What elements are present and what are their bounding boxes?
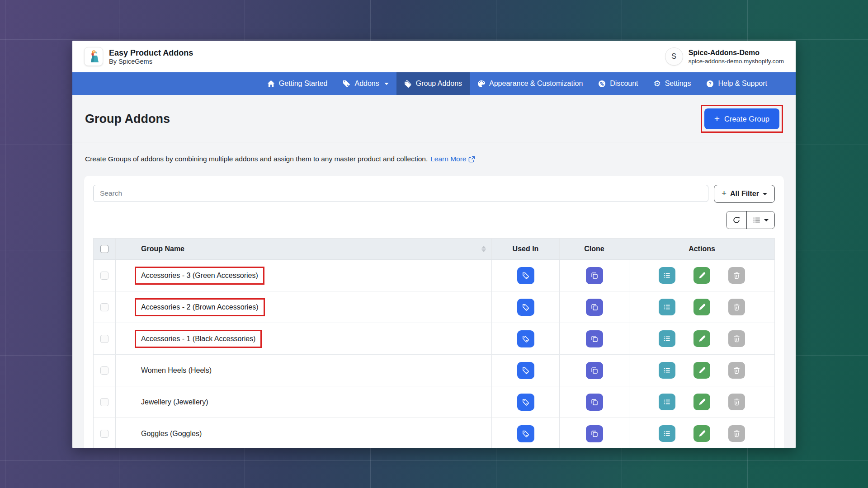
row-used-in-cell — [491, 418, 559, 448]
row-actions-cell — [629, 260, 774, 291]
plus-icon: + — [714, 114, 720, 123]
used-in-button[interactable] — [517, 362, 534, 379]
delete-button[interactable] — [728, 362, 745, 379]
used-in-button[interactable] — [517, 394, 534, 411]
row-checkbox[interactable] — [100, 366, 108, 375]
row-checkbox[interactable] — [100, 430, 108, 438]
list-details-icon — [663, 366, 671, 374]
tag-icon — [522, 366, 530, 375]
groups-card: + All Filter — [84, 176, 784, 448]
used-in-button[interactable] — [517, 330, 534, 347]
row-clone-cell — [559, 291, 629, 323]
trash-icon — [733, 430, 741, 437]
row-checkbox[interactable] — [100, 272, 108, 280]
nav-tab-addons[interactable]: Addons — [335, 72, 396, 95]
view-options-button[interactable] — [746, 211, 774, 229]
clone-button[interactable] — [586, 267, 603, 284]
all-filter-button[interactable]: + All Filter — [714, 185, 775, 203]
refresh-button[interactable] — [726, 211, 746, 229]
nav-tab-appearance[interactable]: Appearance & Customization — [470, 72, 590, 95]
nav-label: Group Addons — [416, 80, 462, 88]
pencil-icon — [698, 366, 706, 374]
clone-button[interactable] — [586, 425, 603, 442]
nav-tab-settings[interactable]: ⚙ Settings — [646, 72, 699, 95]
search-input[interactable] — [93, 185, 708, 202]
app-subtitle: By SpiceGems — [109, 58, 193, 65]
trash-icon — [733, 303, 741, 311]
trash-icon — [733, 335, 741, 343]
used-in-button[interactable] — [517, 267, 534, 284]
edit-button[interactable] — [693, 267, 710, 284]
clone-button[interactable] — [586, 394, 603, 411]
row-name-cell: Jewellery (Jewellery) — [115, 386, 491, 418]
row-checkbox[interactable] — [100, 398, 108, 406]
row-name-cell: Accessories - 1 (Black Accessories) — [115, 323, 491, 354]
edit-button[interactable] — [693, 299, 710, 315]
nav-tab-discount[interactable]: Discount — [590, 72, 646, 95]
copy-icon — [590, 366, 599, 375]
edit-button[interactable] — [693, 425, 710, 442]
details-button[interactable] — [659, 425, 675, 442]
clone-button[interactable] — [586, 362, 603, 379]
row-actions-cell — [629, 291, 774, 323]
row-checkbox[interactable] — [100, 335, 108, 343]
header-clone: Clone — [559, 239, 629, 259]
description-text: Create Groups of addons by combining mul… — [85, 155, 428, 163]
table-row: Accessories - 3 (Green Accessories) — [94, 259, 774, 291]
clone-button[interactable] — [586, 299, 603, 316]
delete-button[interactable] — [728, 267, 745, 284]
delete-button[interactable] — [728, 299, 745, 315]
group-name-header-label: Group Name — [141, 245, 184, 253]
row-name-cell: Accessories - 3 (Green Accessories) — [115, 260, 491, 291]
row-clone-cell — [559, 386, 629, 418]
delete-button[interactable] — [728, 394, 745, 410]
row-select-cell — [94, 291, 115, 323]
row-used-in-cell — [491, 323, 559, 354]
annotation-box-create-group: + Create Group — [701, 105, 783, 133]
details-button[interactable] — [659, 362, 675, 379]
tag-plus-icon — [343, 80, 350, 88]
details-button[interactable] — [659, 394, 675, 410]
sort-icon[interactable] — [481, 246, 486, 252]
used-in-button[interactable] — [517, 425, 534, 442]
house-icon — [267, 80, 275, 88]
copy-icon — [590, 398, 599, 406]
used-in-button[interactable] — [517, 299, 534, 316]
header-actions: Actions — [629, 239, 774, 259]
create-group-button[interactable]: + Create Group — [704, 108, 779, 129]
nav-label: Settings — [665, 80, 691, 88]
row-name-cell: Accessories - 2 (Brown Accessories) — [115, 291, 491, 323]
delete-button[interactable] — [728, 330, 745, 347]
header-group-name[interactable]: Group Name — [115, 239, 491, 259]
nav-tab-group-addons[interactable]: Group Addons — [396, 72, 470, 95]
nav-tab-help[interactable]: ? Help & Support — [698, 72, 775, 95]
delete-button[interactable] — [728, 425, 745, 442]
nav-tab-getting-started[interactable]: Getting Started — [259, 72, 335, 95]
edit-button[interactable] — [693, 394, 710, 410]
edit-button[interactable] — [693, 362, 710, 379]
tag-icon — [522, 272, 530, 280]
details-button[interactable] — [659, 267, 675, 284]
row-actions-cell — [629, 323, 774, 354]
list-icon — [753, 216, 761, 224]
clone-button[interactable] — [586, 330, 603, 347]
edit-button[interactable] — [693, 330, 710, 347]
main-nav: Getting Started Addons Group Addons — [72, 72, 796, 95]
copy-icon — [590, 430, 599, 438]
app-logo-icon — [84, 47, 103, 66]
list-details-icon — [663, 303, 671, 311]
pencil-icon — [698, 303, 706, 311]
row-clone-cell — [559, 323, 629, 354]
row-select-cell — [94, 386, 115, 418]
learn-more-link[interactable]: Learn More — [430, 155, 475, 163]
trash-icon — [733, 366, 741, 374]
table-row: Accessories - 2 (Brown Accessories) — [94, 291, 774, 323]
chevron-down-icon — [764, 219, 769, 221]
trash-icon — [733, 272, 741, 279]
row-checkbox[interactable] — [100, 303, 108, 311]
row-actions-cell — [629, 418, 774, 448]
details-button[interactable] — [659, 299, 675, 315]
details-button[interactable] — [659, 330, 675, 347]
header-select-cell — [94, 239, 115, 259]
select-all-checkbox[interactable] — [100, 245, 108, 253]
